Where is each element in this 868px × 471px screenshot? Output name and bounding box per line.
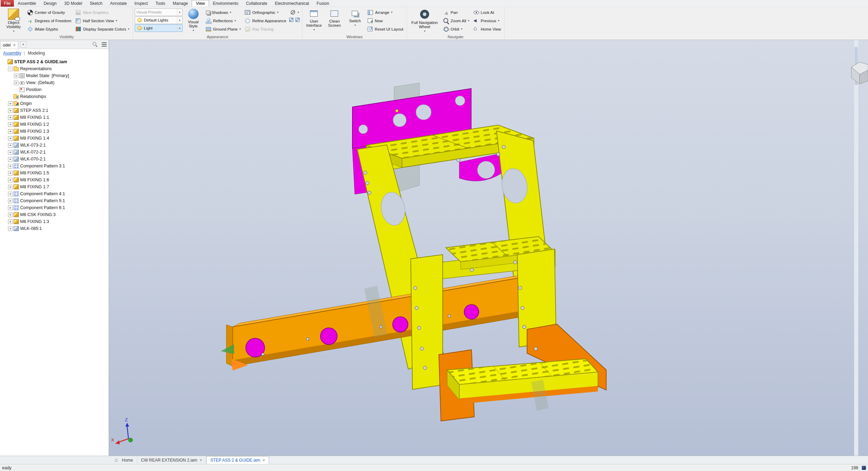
dropdown-arrow-icon[interactable]: ▾ xyxy=(177,25,182,32)
tree-item[interactable]: Model State: [Primary] xyxy=(0,72,109,79)
object-visibility-button[interactable]: Object Visibility ▾ xyxy=(2,8,25,33)
visual-presets-combo[interactable]: Visual Presets ▾ xyxy=(135,8,183,16)
tree-item[interactable]: Relationships xyxy=(0,93,109,100)
file-menu-button[interactable]: File xyxy=(1,0,14,7)
browser-menu-icon[interactable] xyxy=(102,42,107,47)
expander-icon[interactable] xyxy=(8,226,12,231)
tree-item[interactable]: WLK-073-2:1 xyxy=(0,142,109,149)
tree-item[interactable]: STEP ASS 2 & GUIDE.iam xyxy=(0,58,109,65)
menu-tab[interactable]: Annotate xyxy=(106,0,131,7)
dropdown-arrow-icon[interactable]: ▾ xyxy=(177,17,182,24)
shading-option-icon[interactable] xyxy=(295,18,300,22)
expander-icon[interactable] xyxy=(8,199,12,203)
menu-tab[interactable]: Collaborate xyxy=(242,0,271,7)
expander-icon[interactable] xyxy=(8,101,12,106)
expander-icon[interactable] xyxy=(8,143,12,148)
tree-item[interactable]: M8 FIXING 1:4 xyxy=(0,135,109,142)
pan-button[interactable]: Pan xyxy=(442,8,471,16)
menu-tab[interactable]: Environments xyxy=(209,0,242,7)
menu-tab[interactable]: Electromechanical xyxy=(271,0,313,7)
new-window-button[interactable]: New xyxy=(366,17,404,25)
tree-item[interactable]: M8 FIXING 1:7 xyxy=(0,183,109,190)
menu-tab[interactable]: View xyxy=(192,0,209,7)
menu-tab[interactable]: Design xyxy=(40,0,60,7)
reflections-button[interactable]: Reflections ▾ xyxy=(204,17,242,25)
previous-view-button[interactable]: Previous ▾ xyxy=(472,17,503,25)
tree-item[interactable]: Component Pattern 3:1 xyxy=(0,163,109,170)
orbit-button[interactable]: Orbit ▾ xyxy=(442,25,471,33)
viewport-scrollbar[interactable] xyxy=(854,40,858,456)
tree-item[interactable]: M8 FIXING 1:1 xyxy=(0,114,109,121)
expander-icon[interactable] xyxy=(8,122,12,127)
close-icon[interactable]: × xyxy=(200,458,202,463)
menu-tab[interactable]: Sketch xyxy=(86,0,106,7)
tree-item[interactable]: WLK-070-2:1 xyxy=(0,156,109,163)
tree-item[interactable]: M6 FIXING 1:3 xyxy=(0,218,109,225)
expander-icon[interactable] xyxy=(8,67,12,71)
clean-screen-button[interactable]: Clean Screen xyxy=(325,8,344,33)
menu-tab[interactable]: Tools xyxy=(152,0,169,7)
document-tab[interactable]: STEP ASS 2 & GUIDE.iam × xyxy=(206,456,269,464)
expander-icon[interactable] xyxy=(8,213,12,217)
expander-icon[interactable] xyxy=(8,220,12,224)
ground-plane-button[interactable]: Ground Plane ▾ xyxy=(204,25,242,33)
degrees-of-freedom-button[interactable]: Degrees of Freedom xyxy=(26,17,73,25)
menu-tab[interactable]: Manage xyxy=(169,0,192,7)
model-canvas[interactable]: Z X xyxy=(109,40,868,456)
display-separate-colors-button[interactable]: Display Separate Colors ▾ xyxy=(74,25,131,33)
menu-tab[interactable]: 3D Model xyxy=(60,0,86,7)
center-of-gravity-button[interactable]: Center of Gravity xyxy=(26,8,73,16)
visual-style-button[interactable]: Visual Style ▾ xyxy=(184,8,203,33)
refine-appearance-button[interactable]: Refine Appearance xyxy=(243,17,287,25)
expander-icon[interactable] xyxy=(8,157,12,162)
tree-item[interactable]: WLK-072-2:1 xyxy=(0,149,109,156)
view-cube[interactable] xyxy=(851,62,868,84)
arrange-button[interactable]: Arrange ▾ xyxy=(366,8,404,16)
light-combo[interactable]: Light ▾ xyxy=(135,24,183,32)
tree-item[interactable]: WLK-085:1 xyxy=(0,225,109,232)
switch-windows-button[interactable]: Switch ▾ xyxy=(345,8,365,33)
tab-assembly[interactable]: Assembly xyxy=(3,51,21,56)
expander-icon[interactable] xyxy=(8,136,12,141)
tree-item[interactable]: M8 FIXING 1:5 xyxy=(0,170,109,176)
add-browser-tab-button[interactable]: + xyxy=(20,41,26,48)
user-interface-button[interactable]: User Interface ▾ xyxy=(304,8,324,33)
shadows-button[interactable]: Shadows ▾ xyxy=(204,8,242,16)
textures-toggle-button[interactable]: ▾ xyxy=(289,8,300,16)
reset-ui-layout-button[interactable]: Reset UI Layout xyxy=(366,25,404,33)
expander-icon[interactable] xyxy=(8,185,12,189)
default-lights-combo[interactable]: Default Lights ▾ xyxy=(135,16,183,24)
orthographic-button[interactable]: Orthographic ▾ xyxy=(243,8,287,16)
tree-item[interactable]: Component Pattern 6:1 xyxy=(0,204,109,211)
viewport-3d[interactable]: Z X xyxy=(109,40,868,456)
expander-icon[interactable] xyxy=(8,206,12,210)
half-section-view-button[interactable]: Half Section View ▾ xyxy=(74,17,131,25)
home-view-button[interactable]: Home View xyxy=(472,25,503,33)
expander-icon[interactable] xyxy=(8,171,12,175)
close-icon[interactable]: × xyxy=(262,458,265,463)
expander-icon[interactable] xyxy=(8,129,12,134)
imate-glyphs-button[interactable]: iMate Glyphs xyxy=(26,25,73,33)
expander-icon[interactable] xyxy=(8,192,12,196)
shading-option-icon[interactable] xyxy=(289,18,293,22)
tree-item[interactable]: STEP ASS 2:1 xyxy=(0,107,109,114)
tab-modeling[interactable]: Modeling xyxy=(28,51,45,56)
tree-item[interactable]: Position xyxy=(0,86,109,93)
menu-tab[interactable]: Inspect xyxy=(131,0,152,7)
expander-icon[interactable] xyxy=(8,164,12,168)
tree-item[interactable]: M8 FIXING 1:6 xyxy=(0,176,109,183)
expander-icon[interactable] xyxy=(14,81,18,85)
dropdown-arrow-icon[interactable]: ▾ xyxy=(177,9,182,16)
zoom-all-button[interactable]: Zoom All ▾ xyxy=(442,17,471,25)
tree-item[interactable]: M8 FIXING 1:3 xyxy=(0,128,109,135)
search-icon[interactable] xyxy=(92,42,98,47)
expander-icon[interactable] xyxy=(8,115,12,120)
document-tab[interactable]: CW REAR EXTENSION 2.iam × xyxy=(137,456,206,464)
menu-tab[interactable]: Fusion xyxy=(313,0,333,7)
expander-icon[interactable] xyxy=(2,60,7,64)
expander-icon[interactable] xyxy=(14,74,18,78)
tree-item[interactable]: Origin xyxy=(0,100,109,107)
expander-icon[interactable] xyxy=(8,94,12,99)
look-at-button[interactable]: Look At xyxy=(472,8,503,16)
expander-icon[interactable] xyxy=(14,88,18,92)
